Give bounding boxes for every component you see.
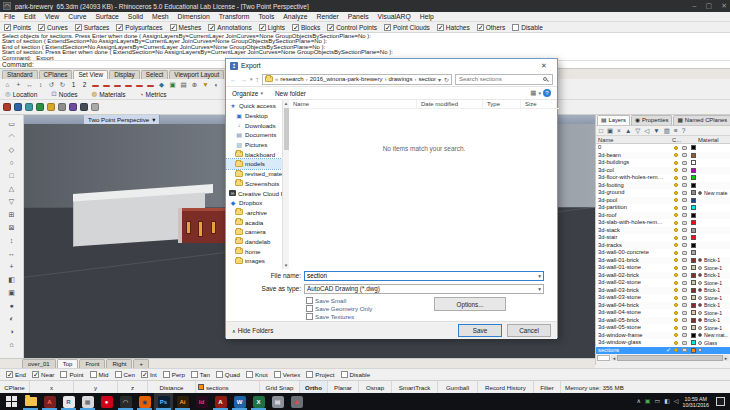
- sidebar-item-pictures[interactable]: ▨Pictures: [226, 140, 282, 150]
- checkbox-icon[interactable]: [141, 371, 148, 378]
- layer-visibility-icon[interactable]: [674, 206, 678, 210]
- breadcrumb-segment-sections[interactable]: sections: [418, 76, 436, 82]
- menu-edit[interactable]: Edit: [24, 13, 36, 20]
- file-column-name[interactable]: Name: [289, 100, 417, 109]
- toolbar-icon-3[interactable]: ↔: [25, 80, 34, 89]
- layer-lock-icon[interactable]: [682, 273, 687, 277]
- search-box[interactable]: [455, 74, 553, 85]
- taskbar-word-icon[interactable]: W: [230, 393, 249, 410]
- status-toggle-osnap[interactable]: Osnap: [359, 381, 392, 393]
- panel-tab-layers[interactable]: ▤Layers: [597, 115, 630, 125]
- osnap-end[interactable]: End: [6, 371, 26, 378]
- layer-visibility-icon[interactable]: [674, 251, 678, 255]
- layer-visibility-icon[interactable]: [674, 228, 678, 232]
- hide-folders-button[interactable]: ∧ Hide Folders: [232, 327, 273, 334]
- layers-filter-box[interactable]: [597, 355, 610, 361]
- column-material[interactable]: Material: [698, 137, 728, 143]
- scrollbar-track[interactable]: ◂ ▸: [611, 355, 729, 361]
- toolbar-icon-18[interactable]: ⊕: [190, 80, 199, 89]
- layer-lock-icon[interactable]: [682, 221, 687, 225]
- sidebar-item-blackboard[interactable]: blackboard: [226, 149, 282, 159]
- sidebar-item-images[interactable]: images: [226, 256, 282, 266]
- layer-row-3d-wall-03-brick[interactable]: 3d-wall-03-brickBrick-1: [596, 287, 730, 295]
- view-grid-icon[interactable]: ▦: [530, 89, 536, 97]
- address-dropdown-icon[interactable]: ▾: [438, 76, 441, 83]
- sidebar-scrollbar[interactable]: ▲ ▼: [282, 100, 289, 269]
- sidebar-item-dropbox[interactable]: ◆Dropbox: [226, 198, 282, 208]
- taskbar-calculator-icon[interactable]: ▦: [78, 393, 97, 410]
- osnap-disable[interactable]: Disable: [341, 371, 371, 378]
- column-current[interactable]: C...: [672, 137, 698, 143]
- toolbar-icon-13[interactable]: ▬: [135, 80, 144, 89]
- back-icon[interactable]: ←: [230, 74, 237, 85]
- layer-lock-icon[interactable]: [682, 146, 687, 150]
- varq-nodes[interactable]: ⊡Nodes: [51, 90, 77, 98]
- layer-lock-icon[interactable]: [682, 198, 687, 202]
- organize-button[interactable]: Organize ▾: [232, 90, 263, 97]
- checkbox-icon[interactable]: [477, 24, 484, 31]
- status-toggle-planar[interactable]: Planar: [328, 381, 359, 393]
- filter-disable[interactable]: Disable: [512, 24, 543, 31]
- sidebar-item-desktop[interactable]: ▣Desktop: [226, 111, 282, 121]
- toolbar-tab-cplanes[interactable]: CPlanes: [39, 70, 73, 79]
- checkbox-icon[interactable]: [306, 371, 313, 378]
- status-current-layer[interactable]: sections: [196, 381, 260, 393]
- layer-material-cell[interactable]: Brick-1: [698, 272, 728, 278]
- menu-file[interactable]: File: [4, 13, 15, 20]
- checkbox-icon[interactable]: [306, 305, 313, 312]
- layer-visibility-icon[interactable]: [674, 236, 678, 240]
- maximize-icon[interactable]: ▢: [706, 2, 713, 10]
- layer-visibility-icon[interactable]: [674, 303, 678, 307]
- menu-view[interactable]: View: [45, 13, 60, 20]
- viewport-tab-front[interactable]: Front: [79, 359, 105, 368]
- menu-mesh[interactable]: Mesh: [152, 13, 169, 20]
- layer-lock-icon[interactable]: [682, 161, 687, 165]
- left-tool-icon-11[interactable]: ↔: [6, 247, 17, 260]
- layers-tool-icon-8[interactable]: ▥: [664, 127, 670, 135]
- sidebar-item-screenshots[interactable]: Screenshots: [226, 179, 282, 189]
- filter-blocks[interactable]: Blocks: [292, 24, 320, 31]
- left-tool-icon-6[interactable]: △: [6, 182, 17, 195]
- layer-color-swatch[interactable]: [691, 145, 696, 150]
- layer-lock-icon[interactable]: [682, 281, 687, 285]
- layer-material-cell[interactable]: Stone-1: [698, 295, 728, 301]
- option-save-geometry-only[interactable]: Save Geometry Only: [306, 304, 556, 312]
- taskbar-file-explorer-icon[interactable]: [21, 393, 40, 410]
- layer-material-cell[interactable]: Stone-1: [698, 310, 728, 316]
- layer-lock-icon[interactable]: [682, 206, 687, 210]
- layer-lock-icon[interactable]: [682, 333, 687, 337]
- layer-lock-icon[interactable]: [682, 303, 687, 307]
- layer-visibility-icon[interactable]: [674, 296, 678, 300]
- layer-color-swatch[interactable]: [691, 175, 696, 180]
- layer-color-swatch[interactable]: [691, 318, 696, 323]
- viewport-tab-item[interactable]: +: [133, 359, 149, 368]
- save-button[interactable]: Save: [458, 324, 502, 337]
- filter-others[interactable]: Others: [477, 24, 506, 31]
- menu-help[interactable]: Help: [420, 13, 434, 20]
- menu-curve[interactable]: Curve: [68, 13, 86, 20]
- taskbar-start-icon[interactable]: [2, 393, 21, 410]
- menu-analyze[interactable]: Analyze: [283, 13, 307, 20]
- option-save-small[interactable]: Save Small: [306, 296, 556, 304]
- left-tool-icon-18[interactable]: ⌂: [6, 338, 17, 351]
- sidebar-item-revised-material[interactable]: revised_material: [226, 169, 282, 179]
- left-tool-icon-14[interactable]: ▣: [6, 286, 17, 299]
- breadcrumb-segment-2016-winona-park-brewery[interactable]: 2016_winona-park-brewery: [310, 76, 383, 82]
- layer-visibility-icon[interactable]: [674, 243, 678, 247]
- menu-visualarq[interactable]: VisualARQ: [378, 13, 411, 20]
- checkbox-icon[interactable]: [191, 371, 198, 378]
- toolbar-icon-11[interactable]: ▬: [113, 80, 122, 89]
- layer-visibility-icon[interactable]: [674, 258, 678, 262]
- layer-row-3d-wall-02-brick[interactable]: 3d-wall-02-brickBrick-1: [596, 272, 730, 280]
- layer-lock-icon[interactable]: [682, 258, 687, 262]
- layer-color-swatch[interactable]: [691, 273, 696, 278]
- status-cplane[interactable]: CPlane: [0, 381, 30, 393]
- left-tool-icon-12[interactable]: +: [6, 260, 17, 273]
- toolbar-icon-10[interactable]: ▬: [102, 80, 111, 89]
- layer-color-swatch[interactable]: [691, 258, 696, 263]
- layer-color-swatch[interactable]: [691, 228, 696, 233]
- osnap-knot[interactable]: Knot: [246, 371, 268, 378]
- sidebar-item-archive[interactable]: -archive: [226, 208, 282, 218]
- layer-material-cell[interactable]: Stone-1: [698, 325, 728, 331]
- osnap-vertex[interactable]: Vertex: [274, 371, 301, 378]
